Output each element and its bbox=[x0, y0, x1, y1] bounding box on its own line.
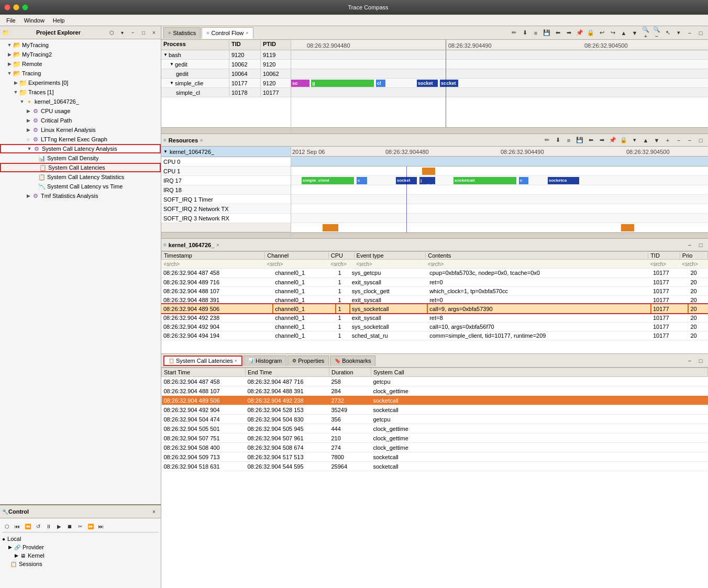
res-hscroll-right[interactable] bbox=[291, 232, 708, 238]
res-tb-minimize[interactable]: − bbox=[684, 135, 695, 146]
tb-up[interactable]: ▲ bbox=[618, 28, 629, 38]
tree-item-syscall-vs-time[interactable]: 📉 Systemt Call Latency vs Time bbox=[0, 182, 161, 191]
ev-minimize[interactable]: − bbox=[684, 240, 695, 250]
latency-row-8[interactable]: 08:26:32.904 509 713 08:26:32.904 517 51… bbox=[162, 452, 708, 462]
res-tb-zoom-out[interactable]: − bbox=[673, 135, 684, 146]
res-tb-up[interactable]: ▲ bbox=[640, 135, 651, 146]
ev-search-prio[interactable] bbox=[682, 261, 705, 267]
ev-search-ts[interactable] bbox=[164, 261, 263, 267]
minimize-button[interactable] bbox=[13, 4, 19, 10]
latency-row-3[interactable]: 08:26:32.904 492 904 08:26:32.904 528 15… bbox=[162, 405, 708, 415]
lat-tab-properties[interactable]: ⚙ Properties bbox=[287, 356, 329, 366]
tab-statistics[interactable]: ≡ Statistics bbox=[163, 27, 201, 39]
res-tb-edit[interactable]: ✏ bbox=[541, 135, 552, 146]
ctrl-btn-3[interactable]: ⏪ bbox=[23, 522, 32, 531]
latency-row-6[interactable]: 08:26:32.904 507 751 08:26:32.904 507 96… bbox=[162, 434, 708, 443]
tree-item-tmf-stats[interactable]: ▶ ⚙ Tmf Statistics Analysis bbox=[0, 191, 161, 201]
tree-item-cpu-usage[interactable]: ▶ ⚙ CPU usage bbox=[0, 106, 161, 116]
project-tree[interactable]: ▼ 📂 MyTracing ▶ 📂 MyTracing2 ▶ 📁 Remote … bbox=[0, 39, 161, 504]
ev-maximize[interactable]: □ bbox=[695, 240, 706, 250]
latency-row-9[interactable]: 08:26:32.904 518 631 08:26:32.904 544 59… bbox=[162, 462, 708, 471]
ctrl-btn-10[interactable]: ⏭ bbox=[96, 522, 106, 531]
tree-item-experiments[interactable]: ▶ 📁 Experiments [0] bbox=[0, 78, 161, 87]
tb-list[interactable]: ≡ bbox=[530, 28, 541, 38]
sidebar-minimize-btn[interactable]: − bbox=[128, 28, 138, 37]
ev-search-cpu[interactable] bbox=[330, 261, 352, 267]
tree-item-linux-kernel[interactable]: ▶ ⚙ Linux Kernel Analysis bbox=[0, 125, 161, 135]
tree-item-critical-path[interactable]: ▶ ⚙ Critical Path bbox=[0, 116, 161, 125]
ctrl-btn-6[interactable]: ▶ bbox=[54, 522, 64, 531]
menu-help[interactable]: Help bbox=[49, 16, 69, 25]
tb-zoom-in[interactable]: 🔍+ bbox=[640, 28, 651, 38]
res-tb-prev[interactable]: ⬅ bbox=[585, 135, 596, 146]
events-row-5[interactable]: 08:26:32.904 492 238 channel0_1 1 exit_s… bbox=[161, 313, 708, 322]
tree-item-traces[interactable]: ▼ 📁 Traces [1] bbox=[0, 87, 161, 97]
tb-cursor[interactable]: ↖ bbox=[662, 28, 673, 38]
tb-down[interactable]: ▼ bbox=[629, 28, 640, 38]
tb-arrow-down[interactable]: ⬇ bbox=[519, 28, 530, 38]
res-tb-pin[interactable]: 📌 bbox=[607, 135, 618, 146]
events-table-container[interactable]: Timestamp Channel CPU Event type Content… bbox=[161, 251, 708, 353]
res-tb-maximize[interactable]: □ bbox=[695, 135, 706, 146]
tb-undo[interactable]: ↩ bbox=[596, 28, 607, 38]
tab-control-flow[interactable]: ≡ Control Flow × bbox=[202, 27, 253, 39]
ctrl-btn-4[interactable]: ↺ bbox=[34, 522, 43, 531]
res-tb-save[interactable]: 💾 bbox=[574, 135, 585, 146]
tb-menu[interactable]: ▾ bbox=[673, 28, 684, 38]
res-tb-grid[interactable]: ≡ bbox=[563, 135, 574, 146]
res-tb-next[interactable]: ➡ bbox=[596, 135, 607, 146]
lat-tab-close[interactable]: × bbox=[235, 358, 237, 363]
latency-row-5[interactable]: 08:26:32.904 505 501 08:26:32.904 505 94… bbox=[162, 424, 708, 434]
tree-item-kernel[interactable]: ▼ 🔸 kernel_1064726_ bbox=[0, 97, 161, 106]
lat-maximize[interactable]: □ bbox=[695, 356, 706, 366]
resources-toolbar[interactable]: ✏ ⬇ ≡ 💾 ⬅ ➡ 📌 🔒 ▾ ▲ ▼ + − − □ bbox=[541, 135, 706, 146]
events-row-4[interactable]: 08:26:32.904 489 506 channel0_1 1 sys_so… bbox=[161, 304, 708, 313]
ev-filter-ts[interactable] bbox=[162, 260, 265, 269]
ev-search-ch[interactable] bbox=[267, 261, 326, 267]
ctrl-btn-2[interactable]: ⏮ bbox=[13, 522, 22, 531]
sessions-row[interactable]: 📋 Sessions bbox=[2, 560, 159, 568]
ctrl-btn-7[interactable]: ⏹ bbox=[65, 522, 74, 531]
latency-row-1[interactable]: 08:26:32.904 488 107 08:26:32.904 488 39… bbox=[162, 386, 708, 396]
ev-search-evt[interactable] bbox=[356, 261, 424, 267]
events-row-1[interactable]: 08:26:32.904 489 716 channel0_1 1 exit_s… bbox=[161, 278, 708, 286]
cf-hscroll-left[interactable] bbox=[161, 127, 291, 134]
res-tb-list[interactable]: ⬇ bbox=[552, 135, 563, 146]
res-tb-lock[interactable]: 🔒 bbox=[618, 135, 629, 146]
lat-tab-latencies[interactable]: 📋 System Call Latencies × bbox=[163, 356, 242, 366]
res-tb-zoom-in[interactable]: + bbox=[662, 135, 673, 146]
tree-item-lttng-exec[interactable]: ○ ⚙ LTTng Kernel Exec Graph bbox=[0, 135, 161, 144]
events-toolbar[interactable]: − □ bbox=[684, 240, 706, 250]
latencies-table-container[interactable]: Start Time End Time Duration System Call… bbox=[161, 368, 708, 588]
tree-item-mytracing2[interactable]: ▶ 📂 MyTracing2 bbox=[0, 50, 161, 59]
tb-zoom-out[interactable]: 🔍− bbox=[651, 28, 662, 38]
res-hscroll-left[interactable] bbox=[161, 232, 291, 238]
tree-item-syscall-latencies[interactable]: 📋 System Call Latencies bbox=[0, 163, 161, 172]
ev-search-tid[interactable] bbox=[650, 261, 678, 267]
events-row-7[interactable]: 08:26:32.904 494 194 channel0_1 1 sched_… bbox=[161, 331, 708, 340]
tb-prev[interactable]: ⬅ bbox=[552, 28, 563, 38]
sidebar-toolbar[interactable]: ⬡ ▾ − □ × bbox=[107, 28, 159, 37]
tb-edit[interactable]: ✏ bbox=[508, 28, 519, 38]
control-panel-close-btn[interactable]: × bbox=[149, 507, 159, 516]
lat-toolbar[interactable]: − □ bbox=[684, 356, 706, 366]
lat-tab-histogram[interactable]: 📊 Histogram bbox=[244, 356, 286, 366]
events-close[interactable]: × bbox=[216, 242, 219, 248]
tree-item-syscall-density[interactable]: 📊 System Call Density bbox=[0, 153, 161, 163]
ev-filter-cpu[interactable] bbox=[328, 260, 354, 269]
tree-item-mytracing[interactable]: ▼ 📂 MyTracing bbox=[0, 40, 161, 50]
ev-filter-prio[interactable] bbox=[680, 260, 707, 269]
res-tb-down[interactable]: ▼ bbox=[651, 135, 662, 146]
ev-filter-evt[interactable] bbox=[354, 260, 426, 269]
tree-item-tracing[interactable]: ▼ 📂 Tracing bbox=[0, 69, 161, 78]
ev-filter-tid[interactable] bbox=[648, 260, 680, 269]
ev-filter-contents[interactable] bbox=[426, 260, 648, 269]
ctrl-btn-5[interactable]: ⏸ bbox=[44, 522, 53, 531]
close-button[interactable] bbox=[4, 4, 10, 10]
sidebar-collapse-btn[interactable]: ⬡ bbox=[107, 28, 117, 37]
window-controls[interactable] bbox=[4, 4, 28, 10]
tb-minimize[interactable]: − bbox=[684, 28, 695, 38]
provider-row[interactable]: ▶ 🔗 Provider bbox=[2, 543, 159, 551]
cf-toolbar[interactable]: ✏ ⬇ ≡ 💾 ⬅ ➡ 📌 🔒 ↩ ↪ ▲ ▼ 🔍+ 🔍− ↖ ▾ − □ bbox=[508, 28, 706, 38]
events-row-2[interactable]: 08:26:32.904 488 107 channel0_1 1 sys_cl… bbox=[161, 286, 708, 295]
